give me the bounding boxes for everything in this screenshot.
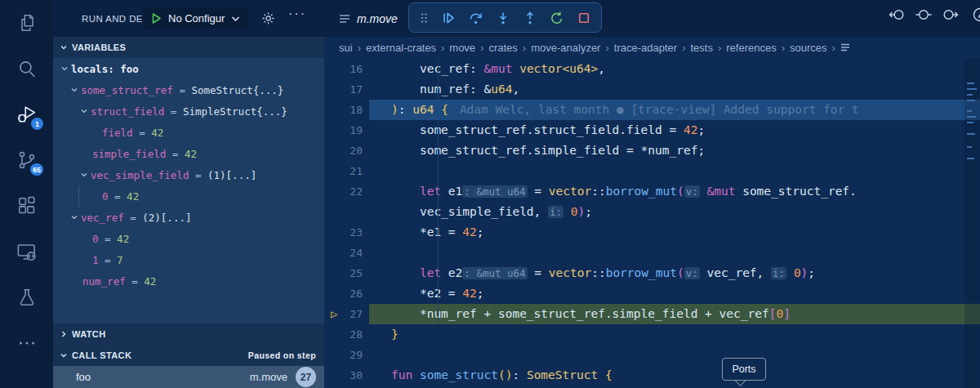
stop-icon: [577, 11, 591, 25]
variable-row[interactable]: struct_field = SimpleStruct{...}: [53, 100, 324, 122]
activity-item-files[interactable]: [0, 0, 53, 46]
code-line-17[interactable]: 17 num_ref: &u64,: [324, 79, 980, 100]
code-line-28[interactable]: 28}: [324, 324, 980, 345]
code-line-19[interactable]: 19 some_struct_ref.struct_field.field = …: [324, 120, 980, 140]
variable-row[interactable]: num_ref = 42: [53, 270, 324, 292]
activity-bar: 165: [0, 0, 53, 388]
variable-row[interactable]: vec_ref = (2)[...]: [53, 207, 324, 228]
variable-row[interactable]: 0 = 42: [53, 228, 324, 249]
breadcrumb-item[interactable]: references: [726, 42, 776, 54]
watch-section-label: WATCH: [72, 329, 106, 339]
code-line-18[interactable]: 18): u64 {Adam Welc, last month ● [trace…: [324, 100, 980, 120]
activity-item-extensions[interactable]: [0, 183, 53, 229]
activity-item-remote-explorer[interactable]: [0, 229, 53, 274]
line-number[interactable]: 23: [324, 222, 363, 243]
breadcrumb-separator: ›: [480, 42, 483, 54]
variable-row[interactable]: some_struct_ref = SomeStruct{...}: [53, 79, 324, 100]
circle-needle-button[interactable]: [969, 7, 980, 23]
restart-button[interactable]: [550, 11, 564, 25]
indent-guide: [438, 120, 439, 140]
line-number[interactable]: 25: [324, 263, 363, 283]
indent-guide: [438, 202, 439, 222]
circle-arrow-left-icon: [888, 7, 906, 23]
breadcrumb-item[interactable]: crates: [488, 42, 517, 54]
line-number[interactable]: 28: [324, 324, 363, 345]
watch-section-header[interactable]: WATCH: [53, 323, 324, 345]
continue-button[interactable]: [441, 11, 456, 25]
code-line-wrap[interactable]: vec_simple_field, i: 0);: [324, 202, 980, 222]
line-number[interactable]: 18: [324, 100, 363, 120]
breadcrumb-item[interactable]: move: [449, 42, 475, 54]
code-line-24[interactable]: 24: [324, 243, 980, 263]
debug-config-dropdown[interactable]: No Configur: [143, 7, 248, 29]
variable-row[interactable]: 0 = 42: [53, 185, 324, 207]
variable-row[interactable]: 1 = 7: [53, 249, 324, 270]
line-number[interactable]: 24: [324, 243, 363, 263]
breadcrumb-item[interactable]: move-analyzer: [531, 42, 600, 54]
sidebar-more-icon[interactable]: ···: [288, 7, 306, 21]
step-into-button[interactable]: [496, 11, 510, 25]
minimap[interactable]: [964, 59, 980, 388]
line-number[interactable]: 17: [324, 79, 363, 100]
chevron-down-icon: [58, 65, 71, 73]
variable-row[interactable]: field = 42: [53, 122, 324, 143]
line-number[interactable]: 21: [324, 161, 363, 181]
breadcrumb-item[interactable]: sui: [339, 42, 353, 54]
paused-status-text: Paused on step: [248, 350, 316, 360]
breadcrumb-item[interactable]: trace-adapter: [614, 42, 677, 54]
line-number[interactable]: 16: [324, 59, 363, 79]
step-over-button[interactable]: [468, 11, 483, 25]
step-out-button[interactable]: [523, 11, 537, 25]
start-debug-icon[interactable]: [151, 12, 162, 25]
code-line-26[interactable]: 26 *e2 = 42;: [324, 283, 980, 304]
code-line-20[interactable]: 20 some_struct_ref.simple_field = *num_r…: [324, 140, 980, 161]
stop-button[interactable]: [577, 11, 591, 25]
breadcrumb-item[interactable]: tests: [690, 42, 712, 54]
variable-row[interactable]: locals: foo: [53, 58, 324, 79]
line-number[interactable]: 22: [324, 181, 363, 202]
line-number[interactable]: 30: [324, 365, 363, 386]
variable-row[interactable]: vec_simple_field = (1)[...]: [53, 164, 324, 185]
line-number[interactable]: 29: [324, 345, 363, 365]
code-line-27[interactable]: 27▷ *num_ref + some_struct_ref.simple_fi…: [324, 304, 980, 324]
activity-item-more[interactable]: [0, 320, 53, 366]
testing-icon: [16, 287, 38, 308]
activity-item-testing[interactable]: [0, 274, 53, 320]
editor-tab-label: m.move: [357, 12, 398, 25]
variable-row[interactable]: simple_field = 42: [53, 143, 324, 164]
variables-section-header[interactable]: VARIABLES: [53, 37, 324, 58]
call-stack-section-header[interactable]: CALL STACK Paused on step: [53, 345, 324, 366]
circle-dash-button[interactable]: [915, 7, 933, 23]
breadcrumb-separator: ›: [358, 42, 361, 54]
circle-arrow-right-button[interactable]: [942, 7, 960, 23]
code-line-23[interactable]: 23 *e1 = 42;: [324, 222, 980, 243]
extensions-icon: [16, 195, 38, 216]
chevron-down-icon: [68, 86, 81, 94]
code-line-30[interactable]: 30fun some_struct(): SomeStruct {: [324, 365, 980, 386]
circle-arrow-left-button[interactable]: [888, 7, 906, 23]
call-stack-frame-row[interactable]: foo m.move 27: [53, 366, 324, 388]
restart-icon: [550, 11, 564, 25]
code-line-22[interactable]: 22 let e1: &mut u64 = vector::borrow_mut…: [324, 181, 980, 202]
code-line-21[interactable]: 21: [324, 161, 980, 181]
editor-tab[interactable]: m.move: [339, 0, 398, 37]
ports-tooltip: Ports: [722, 358, 766, 381]
activity-item-search[interactable]: [0, 46, 53, 91]
code-line-25[interactable]: 25 let e2: &mut u64 = vector::borrow_mut…: [324, 263, 980, 283]
gear-icon[interactable]: [261, 11, 275, 25]
circle-arrow-right-icon: [942, 7, 960, 23]
activity-item-run-debug[interactable]: 1: [0, 91, 53, 137]
breadcrumb-item[interactable]: sources: [790, 42, 827, 54]
circle-dash-icon: [915, 7, 933, 23]
code-line-29[interactable]: 29: [324, 345, 980, 365]
minimap-mark: [967, 146, 972, 148]
code-line-16[interactable]: 16 vec_ref: &mut vector<u64>,: [324, 59, 980, 79]
toolbar-drag-handle[interactable]: [419, 11, 429, 25]
line-number[interactable]: 19: [324, 120, 363, 140]
variables-section-label: VARIABLES: [72, 42, 126, 52]
line-number[interactable]: 26: [324, 283, 363, 304]
breadcrumb-separator: ›: [605, 42, 608, 54]
breadcrumb-item[interactable]: external-crates: [366, 42, 436, 54]
line-number[interactable]: 20: [324, 140, 363, 161]
activity-item-source-control[interactable]: 65: [0, 137, 53, 183]
